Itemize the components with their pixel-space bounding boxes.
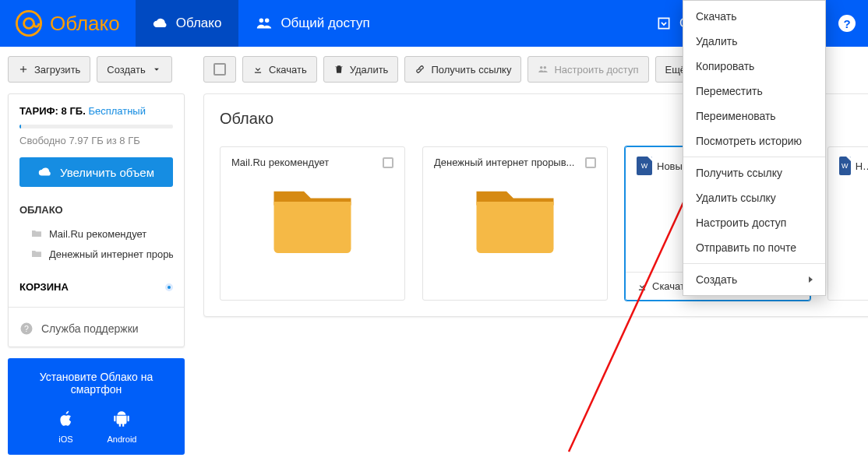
item-folder[interactable]: Mail.Ru рекомендует	[220, 146, 405, 301]
storage-progress	[19, 125, 173, 128]
folder-icon	[270, 184, 355, 254]
sidebar-item-money[interactable]: Денежный интернет прорыв ...	[19, 244, 173, 264]
ctx-label: Копировать	[696, 60, 754, 72]
tariff-plan-link[interactable]: Бесплатный	[88, 105, 146, 117]
toolbar-delete[interactable]: Удалить	[323, 56, 399, 83]
ctx-label: Удалить ссылку	[696, 192, 776, 204]
toolbar-getlink[interactable]: Получить ссылку	[404, 56, 521, 83]
toolbar-download-label: Скачать	[269, 64, 307, 76]
ctx-access[interactable]: Настроить доступ	[683, 210, 825, 235]
ctx-separator	[683, 157, 825, 157]
tariff-label: ТАРИФ:	[19, 105, 58, 117]
cloud-icon	[38, 165, 52, 179]
upload-button[interactable]: Загрузить	[8, 56, 90, 83]
ctx-label: Скачать	[696, 10, 737, 23]
logo[interactable]: Облако	[0, 0, 136, 47]
ctx-label: Посмотреть историю	[696, 135, 802, 147]
ctx-rename[interactable]: Переименовать	[683, 104, 825, 128]
increase-storage-button[interactable]: Увеличить объем	[19, 157, 173, 187]
toolbar-access-label: Настроить доступ	[554, 64, 638, 76]
chevron-down-icon	[151, 64, 162, 75]
ctx-mail[interactable]: Отправить по почте	[683, 235, 825, 260]
download-box-icon	[656, 16, 672, 31]
ctx-copy[interactable]: Копировать	[683, 54, 825, 79]
sidebar-item-label: Mail.Ru рекомендует	[49, 228, 146, 240]
upload-label: Загрузить	[34, 64, 80, 76]
promo-title: Установите Облако на смартфон	[16, 371, 177, 396]
toolbar-access[interactable]: Настроить доступ	[528, 56, 648, 83]
word-icon: W	[637, 157, 652, 175]
ctx-label: Создать	[696, 273, 737, 286]
increase-label: Увеличить объем	[60, 166, 154, 179]
select-all-checkbox[interactable]	[203, 56, 236, 83]
sidebar: Загрузить Создать ТАРИФ: 8 ГБ. Бесплатны…	[0, 47, 192, 464]
ctx-label: Настроить доступ	[696, 216, 786, 229]
download-icon	[252, 64, 263, 75]
word-icon: W	[839, 157, 851, 175]
trash-indicator-icon	[165, 283, 173, 291]
ctx-history[interactable]: Посмотреть историю	[683, 128, 825, 153]
toolbar-delete-label: Удалить	[350, 64, 389, 76]
help-button[interactable]: ?	[838, 15, 856, 32]
promo-ios-label: iOS	[58, 435, 72, 444]
ctx-move[interactable]: Переместить	[683, 79, 825, 104]
android-icon	[111, 408, 132, 428]
promo-ios[interactable]: iOS	[56, 408, 76, 444]
folder-icon	[472, 184, 558, 254]
item-folder[interactable]: Денежный интернет прорыв...	[422, 146, 608, 301]
promo-android-label: Android	[108, 435, 137, 444]
people-icon	[538, 64, 549, 75]
tariff-card: ТАРИФ: 8 ГБ. Бесплатный Свободно 7.97 ГБ…	[8, 93, 185, 347]
sidebar-item-recommend[interactable]: Mail.Ru рекомендует	[19, 223, 173, 244]
checkbox-icon	[213, 63, 226, 76]
mobile-promo: Установите Облако на смартфон iOS Androi…	[8, 358, 185, 455]
download-icon	[637, 281, 647, 292]
svg-point-0	[16, 11, 41, 35]
folder-icon	[30, 248, 43, 260]
ctx-remove-link[interactable]: Удалить ссылку	[683, 185, 825, 210]
toolbar-download[interactable]: Скачать	[242, 56, 317, 83]
ctx-separator	[683, 263, 825, 264]
nav-cloud[interactable]: Облако	[136, 0, 239, 47]
item-doc[interactable]: WНовый	[827, 146, 868, 301]
ctx-label: Получить ссылку	[696, 167, 782, 179]
trash-icon	[333, 64, 344, 75]
item-name: Денежный интернет прорыв...	[434, 157, 574, 168]
ctx-download[interactable]: Скачать	[683, 4, 825, 29]
item-checkbox[interactable]	[585, 157, 596, 168]
ctx-label: Переименовать	[696, 110, 776, 122]
item-checkbox[interactable]	[383, 157, 393, 168]
sidebar-trash[interactable]: КОРЗИНА	[19, 281, 69, 293]
link-icon	[415, 64, 425, 75]
svg-text:?: ?	[24, 324, 29, 333]
logo-text: Облако	[50, 12, 120, 36]
nav-shared[interactable]: Общий доступ	[238, 0, 386, 47]
item-name: Новый	[856, 160, 868, 172]
chevron-right-icon	[809, 276, 813, 283]
ctx-label: Переместить	[696, 85, 763, 97]
folder-icon	[30, 227, 43, 240]
ctx-create[interactable]: Создать	[683, 267, 825, 292]
create-label: Создать	[107, 64, 145, 76]
people-icon	[256, 15, 273, 32]
ctx-get-link[interactable]: Получить ссылку	[683, 160, 825, 185]
tariff-size: 8 ГБ.	[62, 105, 86, 117]
create-button[interactable]: Создать	[97, 56, 171, 83]
toolbar-getlink-label: Получить ссылку	[431, 64, 511, 76]
svg-point-1	[24, 19, 34, 29]
item-name: Mail.Ru рекомендует	[231, 157, 329, 168]
plus-icon	[18, 64, 29, 75]
ctx-delete[interactable]: Удалить	[683, 29, 825, 54]
tariff-line: ТАРИФ: 8 ГБ. Бесплатный	[19, 105, 173, 117]
nav-shared-label: Общий доступ	[281, 16, 369, 31]
mail-logo-icon	[16, 10, 42, 37]
promo-android[interactable]: Android	[108, 408, 137, 444]
cloud-icon	[153, 16, 168, 31]
apple-icon	[56, 408, 76, 428]
support-label: Служба поддержки	[41, 322, 139, 335]
sidebar-section-cloud: ОБЛАКО	[19, 204, 173, 216]
support-link[interactable]: ? Служба поддержки	[19, 322, 173, 336]
ctx-label: Удалить	[696, 35, 737, 48]
context-menu: Скачать Удалить Копировать Переместить П…	[683, 0, 826, 296]
nav-cloud-label: Облако	[176, 16, 222, 31]
